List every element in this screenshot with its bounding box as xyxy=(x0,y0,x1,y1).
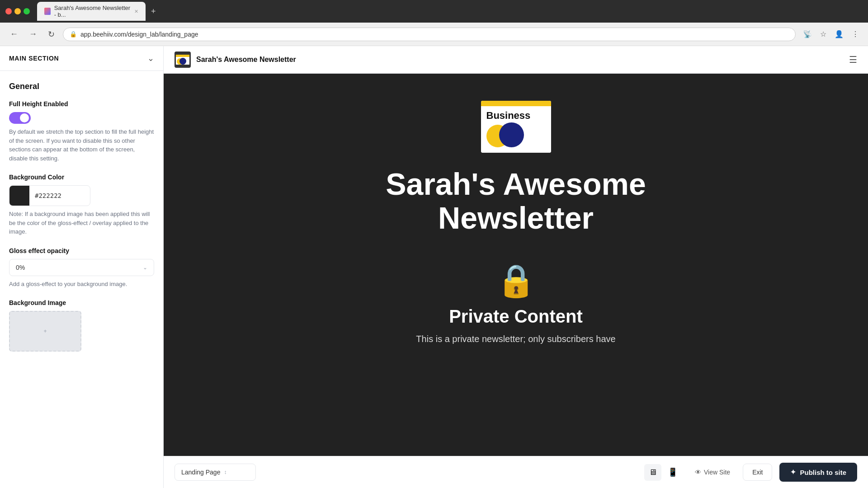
maximize-window-button[interactable] xyxy=(24,8,30,14)
exit-button[interactable]: Exit xyxy=(743,464,772,481)
url-text: app.beehiiv.com/design_lab/landing_page xyxy=(80,31,789,38)
gloss-opacity-description: Add a gloss-effect to your background im… xyxy=(9,280,154,289)
close-window-button[interactable] xyxy=(5,8,12,14)
color-swatch[interactable] xyxy=(9,186,29,206)
reload-button[interactable]: ↻ xyxy=(45,28,57,41)
sidebar: MAIN SECTION ⌄ General Full Height Enabl… xyxy=(0,46,164,488)
view-site-label: View Site xyxy=(704,469,730,476)
page-selector-label: Landing Page xyxy=(181,469,220,476)
desktop-view-button[interactable]: 🖥 xyxy=(644,464,661,481)
active-tab[interactable]: Sarah's Awesome Newsletter - b... ✕ xyxy=(37,2,146,21)
logo-text: Business xyxy=(486,110,531,122)
view-site-icon: 👁 xyxy=(695,469,701,476)
close-tab-button[interactable]: ✕ xyxy=(134,9,138,14)
full-height-label: Full Height Enabled xyxy=(9,100,154,108)
toggle-slider xyxy=(9,112,31,124)
background-color-field-group: Background Color #222222 Note: If a back… xyxy=(9,174,154,236)
gloss-opacity-value: 0% xyxy=(16,264,25,271)
sidebar-content: General Full Height Enabled ✓ By default… xyxy=(0,71,163,488)
address-bar: ← → ↻ 🔒 app.beehiiv.com/design_lab/landi… xyxy=(0,23,868,46)
mobile-view-button[interactable]: 📱 xyxy=(663,464,682,481)
browser-chrome: Sarah's Awesome Newsletter - b... ✕ + xyxy=(0,0,868,23)
private-content-description: This is a private newsletter; only subsc… xyxy=(416,334,615,344)
preview-newsletter-title: Sarah's Awesome Newsletter xyxy=(196,56,296,64)
hamburger-menu-icon[interactable]: ☰ xyxy=(849,54,857,65)
logo-yellow-bar xyxy=(481,101,551,106)
forward-button[interactable]: → xyxy=(26,28,40,41)
sidebar-collapse-button[interactable]: ⌄ xyxy=(147,53,154,63)
window-controls xyxy=(5,8,30,14)
background-color-note: Note: If a background image has been app… xyxy=(9,210,154,236)
mobile-icon: 📱 xyxy=(668,468,678,477)
preview-logo-card: Business xyxy=(481,101,551,153)
view-site-button[interactable]: 👁 View Site xyxy=(689,465,736,479)
sidebar-section-title: MAIN SECTION xyxy=(9,55,59,62)
general-section-label: General xyxy=(9,82,154,91)
full-height-toggle[interactable]: ✓ xyxy=(9,112,31,124)
logo-circle-dark xyxy=(499,122,524,147)
color-value: #222222 xyxy=(29,192,67,199)
background-image-label: Background Image xyxy=(9,299,154,306)
newsletter-logo-inner: Business xyxy=(481,101,551,153)
preview-header: Sarah's Awesome Newsletter ☰ xyxy=(164,46,868,74)
lock-icon: 🔒 xyxy=(496,262,536,299)
publish-icon: ✦ xyxy=(790,468,796,476)
newsletter-logo xyxy=(175,52,191,68)
sidebar-header: MAIN SECTION ⌄ xyxy=(0,46,163,71)
preview-content: Business Sarah's Awesome Newsletter 🔒 Pr… xyxy=(164,74,868,456)
private-content-section: 🔒 Private Content This is a private news… xyxy=(416,262,615,344)
gloss-opacity-field-group: Gloss effect opacity 0% ⌄ Add a gloss-ef… xyxy=(9,247,154,289)
preview-area: Sarah's Awesome Newsletter ☰ Business Sa… xyxy=(164,46,868,488)
full-height-field-group: Full Height Enabled ✓ By default we stre… xyxy=(9,100,154,163)
back-button[interactable]: ← xyxy=(7,28,21,41)
background-image-placeholder[interactable]: + xyxy=(9,311,81,352)
page-selector-dropdown[interactable]: Landing Page ↕ xyxy=(175,464,256,481)
publish-button[interactable]: ✦ Publish to site xyxy=(779,463,857,482)
tab-favicon xyxy=(44,8,51,15)
address-actions: 📡 ☆ 👤 ⋮ xyxy=(801,28,861,40)
view-controls: 🖥 📱 xyxy=(644,464,682,481)
background-color-label: Background Color xyxy=(9,174,154,181)
tab-bar: Sarah's Awesome Newsletter - b... ✕ + xyxy=(37,2,863,21)
secure-icon: 🔒 xyxy=(70,31,77,38)
preview-title-text: Sarah's Awesome Newsletter xyxy=(380,167,651,235)
publish-label: Publish to site xyxy=(800,469,846,476)
cast-button[interactable]: 📡 xyxy=(801,28,814,40)
profile-button[interactable]: 👤 xyxy=(833,28,845,40)
dropdown-arrow-icon: ⌄ xyxy=(143,264,147,271)
desktop-icon: 🖥 xyxy=(649,468,657,477)
background-image-placeholder-text: + xyxy=(43,328,47,334)
minimize-window-button[interactable] xyxy=(14,8,21,14)
color-input[interactable]: #222222 xyxy=(9,185,90,206)
tab-title: Sarah's Awesome Newsletter - b... xyxy=(54,5,131,18)
full-height-toggle-wrap: ✓ xyxy=(9,112,154,124)
background-image-field-group: Background Image + xyxy=(9,299,154,352)
bookmark-button[interactable]: ☆ xyxy=(818,28,828,40)
gloss-opacity-dropdown[interactable]: 0% ⌄ xyxy=(9,259,154,276)
gloss-opacity-label: Gloss effect opacity xyxy=(9,247,154,254)
private-content-title: Private Content xyxy=(449,306,583,327)
page-selector-arrow-icon: ↕ xyxy=(224,469,226,475)
bottom-toolbar: Landing Page ↕ 🖥 📱 👁 View Site Exit ✦ Pu… xyxy=(164,456,868,488)
full-height-description: By default we stretch the top section to… xyxy=(9,127,154,163)
app-layout: MAIN SECTION ⌄ General Full Height Enabl… xyxy=(0,46,868,488)
extensions-button[interactable]: ⋮ xyxy=(850,28,861,40)
url-bar[interactable]: 🔒 app.beehiiv.com/design_lab/landing_pag… xyxy=(63,28,796,41)
new-tab-button[interactable]: + xyxy=(147,5,160,18)
